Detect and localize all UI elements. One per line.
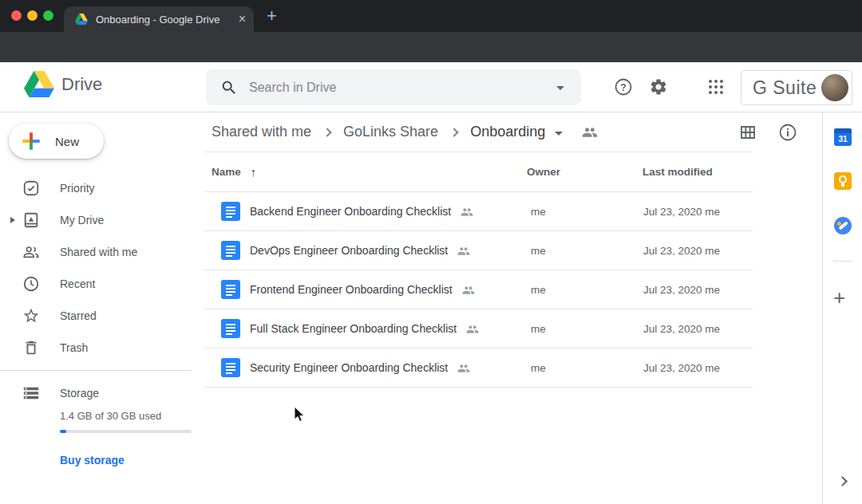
shared-indicator-icon	[466, 323, 479, 336]
google-docs-icon	[221, 319, 240, 338]
add-addon-button[interactable]: +	[833, 285, 845, 310]
expander-icon[interactable]	[10, 217, 15, 223]
sort-ascending-icon[interactable]: ↑	[251, 165, 257, 179]
folder-shared-people-icon	[582, 124, 598, 140]
minimize-window-button[interactable]	[27, 10, 38, 21]
chevron-right-icon	[322, 128, 331, 136]
file-owner: me	[531, 362, 546, 374]
file-name[interactable]: Full Stack Engineer Onboarding Checklist	[250, 322, 457, 335]
file-name[interactable]: DevOps Engineer Onboarding Checklist	[250, 244, 448, 257]
google-calendar-icon[interactable]: 31	[834, 128, 852, 146]
file-modified: Jul 23, 2020 me	[643, 284, 720, 296]
sidebar: New Priority My Drive Shared	[0, 112, 192, 504]
google-docs-icon	[221, 280, 240, 299]
storage-label: Storage	[60, 387, 99, 400]
new-button[interactable]: New	[9, 124, 104, 159]
table-row[interactable]: Security Engineer Onboarding Checklist m…	[192, 348, 822, 387]
breadcrumb-shared-with-me[interactable]: Shared with me	[212, 124, 311, 140]
shared-indicator-icon	[457, 245, 470, 258]
sidebar-item-label: Starred	[60, 309, 97, 322]
google-docs-icon	[221, 202, 240, 221]
sidebar-item-priority[interactable]: Priority	[0, 172, 192, 204]
info-icon[interactable]	[778, 123, 797, 142]
drive-favicon	[75, 14, 88, 25]
sidebar-item-storage[interactable]: Storage	[0, 377, 192, 409]
column-header-owner[interactable]: Owner	[527, 166, 560, 178]
sidebar-item-my-drive[interactable]: My Drive	[0, 204, 192, 236]
google-tasks-icon[interactable]	[834, 217, 852, 234]
lightbulb-base	[841, 183, 844, 187]
file-name[interactable]: Frontend Engineer Onboarding Checklist	[250, 283, 453, 296]
table-row[interactable]: Full Stack Engineer Onboarding Checklist…	[192, 309, 822, 348]
lightbulb-icon	[839, 175, 847, 183]
table-row[interactable]: Backend Engineer Onboarding Checklist me…	[192, 192, 822, 230]
browser-tab[interactable]: Onboarding - Google Drive ×	[64, 6, 254, 32]
calendar-icon-date: 31	[834, 133, 852, 145]
breadcrumb: Shared with me GoLinks Share Onboarding	[192, 112, 822, 152]
file-name[interactable]: Security Engineer Onboarding Checklist	[250, 361, 448, 374]
tab-title: Onboarding - Google Drive	[96, 14, 234, 26]
browser-toolbar: drive.google.com/drive/folders/1oiCO1S-T…	[0, 32, 862, 62]
table-header: Name ↑ Owner Last modified	[192, 152, 822, 191]
shared-indicator-icon	[461, 206, 473, 219]
file-modified: Jul 23, 2020 me	[643, 362, 720, 374]
sidebar-item-label: Recent	[60, 278, 95, 290]
storage-progress-bar	[60, 430, 192, 433]
drive-header: Drive ? G Suite	[0, 62, 862, 112]
file-owner: me	[531, 284, 546, 296]
file-modified: Jul 23, 2020 me	[643, 245, 720, 257]
sidebar-item-trash[interactable]: Trash	[0, 332, 192, 364]
account-avatar[interactable]	[821, 74, 848, 101]
sidebar-item-shared-with-me[interactable]: Shared with me	[0, 236, 192, 268]
drive-logo-text: Drive	[61, 74, 102, 95]
table-row[interactable]: DevOps Engineer Onboarding Checklist me …	[192, 231, 822, 270]
name-column-label: Name	[212, 166, 241, 178]
zoom-window-button[interactable]	[43, 10, 53, 21]
tab-close-icon[interactable]: ×	[239, 13, 246, 26]
mouse-cursor	[294, 406, 306, 423]
apps-grid-icon[interactable]	[706, 77, 726, 96]
google-docs-icon	[221, 241, 240, 260]
search-options-caret-icon[interactable]	[551, 78, 570, 97]
new-tab-button[interactable]: +	[267, 6, 277, 26]
close-window-button[interactable]	[11, 10, 22, 21]
gsuite-account-box[interactable]: G Suite	[741, 70, 852, 105]
shared-indicator-icon	[462, 284, 475, 297]
file-modified: Jul 23, 2020 me	[643, 323, 720, 335]
browser-tab-strip: Onboarding - Google Drive × +	[0, 0, 862, 32]
my-drive-icon	[22, 211, 40, 229]
grid-view-icon[interactable]	[738, 123, 757, 142]
sidebar-item-starred[interactable]: Starred	[0, 300, 192, 332]
sidebar-divider	[0, 370, 192, 371]
file-owner: me	[531, 206, 546, 218]
star-icon	[22, 307, 40, 325]
sidebar-item-label: Trash	[60, 341, 88, 354]
google-docs-icon	[221, 358, 240, 377]
storage-progress-fill	[60, 430, 66, 433]
breadcrumb-golinks-share[interactable]: GoLinks Share	[343, 124, 438, 140]
sidebar-item-label: Shared with me	[60, 246, 137, 258]
gsuite-label: G Suite	[753, 77, 821, 99]
search-input[interactable]	[249, 81, 551, 95]
google-keep-icon[interactable]	[834, 172, 852, 190]
settings-gear-icon[interactable]	[649, 77, 668, 96]
search-bar[interactable]	[206, 69, 581, 105]
help-icon[interactable]: ?	[614, 77, 633, 96]
folder-menu-caret-icon[interactable]	[555, 132, 563, 136]
drive-logo-icon	[24, 71, 54, 97]
column-header-name[interactable]: Name ↑	[212, 165, 256, 179]
chevron-right-icon	[449, 128, 458, 136]
table-row[interactable]: Frontend Engineer Onboarding Checklist m…	[192, 270, 822, 309]
file-name[interactable]: Backend Engineer Onboarding Checklist	[250, 205, 451, 218]
drive-logo[interactable]: Drive	[24, 71, 102, 97]
buy-storage-link[interactable]: Buy storage	[60, 454, 125, 467]
shared-people-icon	[22, 243, 40, 261]
panel-divider	[833, 261, 852, 262]
file-owner: me	[531, 245, 546, 257]
sidebar-item-recent[interactable]: Recent	[0, 268, 192, 300]
right-side-panel: 31 +	[822, 112, 862, 504]
collapse-panel-chevron-icon[interactable]	[837, 476, 848, 486]
new-plus-icon	[21, 131, 42, 152]
column-header-modified[interactable]: Last modified	[643, 166, 713, 178]
breadcrumb-onboarding[interactable]: Onboarding	[470, 124, 545, 140]
